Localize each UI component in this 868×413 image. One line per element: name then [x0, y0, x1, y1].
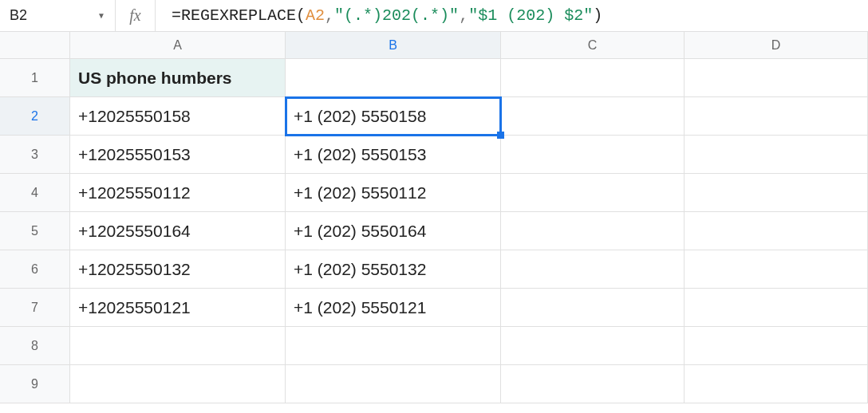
cell-C9[interactable] [501, 365, 685, 403]
cell-A1[interactable]: US phone humbers [70, 59, 286, 97]
active-cell-ref: B2 [10, 7, 27, 24]
cell-B9[interactable] [286, 365, 501, 403]
cell-B6[interactable]: +1 (202) 5550132 [286, 250, 501, 289]
cell-B2[interactable]: +1 (202) 5550158 [286, 97, 501, 136]
row-header-4[interactable]: 4 [0, 174, 70, 212]
cell-C7[interactable] [501, 289, 685, 327]
cell-C5[interactable] [501, 212, 685, 250]
formula-prefix: = [172, 6, 181, 25]
formula-fn: REGEXREPLACE [181, 6, 296, 25]
cell-A3[interactable]: +12025550153 [70, 136, 286, 174]
cell-C2[interactable] [501, 97, 685, 136]
row-header-7[interactable]: 7 [0, 289, 70, 327]
cell-B4[interactable]: +1 (202) 5550112 [286, 174, 501, 212]
cell-D6[interactable] [685, 250, 868, 289]
cell-A9[interactable] [70, 365, 286, 403]
cell-D1[interactable] [685, 59, 868, 97]
spreadsheet-grid: A B C D 1 US phone humbers 2 +1202555015… [0, 32, 868, 403]
formula-comma1: , [325, 6, 334, 25]
formula-arg2: "(.*)202(.*)" [334, 6, 459, 25]
col-header-B[interactable]: B [286, 32, 501, 59]
cell-C1[interactable] [501, 59, 685, 97]
fx-icon[interactable]: fx [116, 0, 156, 31]
cell-B2-value: +1 (202) 5550158 [294, 107, 426, 126]
col-header-A[interactable]: A [70, 32, 286, 59]
select-all-corner[interactable] [0, 32, 70, 59]
cell-A4[interactable]: +12025550112 [70, 174, 286, 212]
cell-D5[interactable] [685, 212, 868, 250]
cell-A7[interactable]: +12025550121 [70, 289, 286, 327]
formula-ref: A2 [306, 6, 325, 25]
cell-A8[interactable] [70, 327, 286, 365]
formula-input[interactable]: =REGEXREPLACE(A2,"(.*)202(.*)","$1 (202)… [156, 0, 868, 31]
cell-D9[interactable] [685, 365, 868, 403]
cell-B3[interactable]: +1 (202) 5550153 [286, 136, 501, 174]
cell-C3[interactable] [501, 136, 685, 174]
row-header-2[interactable]: 2 [0, 97, 70, 136]
cell-A2[interactable]: +12025550158 [70, 97, 286, 136]
formula-arg3: "$1 (202) $2" [468, 6, 593, 25]
cell-D4[interactable] [685, 174, 868, 212]
cell-D2[interactable] [685, 97, 868, 136]
name-box[interactable]: B2 ▼ [0, 0, 116, 31]
formula-comma2: , [459, 6, 468, 25]
cell-C6[interactable] [501, 250, 685, 289]
row-header-6[interactable]: 6 [0, 250, 70, 289]
cell-B5[interactable]: +1 (202) 5550164 [286, 212, 501, 250]
cell-A5[interactable]: +12025550164 [70, 212, 286, 250]
row-header-9[interactable]: 9 [0, 365, 70, 403]
chevron-down-icon[interactable]: ▼ [97, 11, 105, 20]
row-header-1[interactable]: 1 [0, 59, 70, 97]
col-header-D[interactable]: D [685, 32, 868, 59]
cell-C8[interactable] [501, 327, 685, 365]
col-header-C[interactable]: C [501, 32, 685, 59]
row-header-8[interactable]: 8 [0, 327, 70, 365]
formula-bar: B2 ▼ fx =REGEXREPLACE(A2,"(.*)202(.*)","… [0, 0, 868, 32]
paren-open: ( [296, 6, 306, 25]
cell-D3[interactable] [685, 136, 868, 174]
cell-D8[interactable] [685, 327, 868, 365]
cell-C4[interactable] [501, 174, 685, 212]
cell-B1[interactable] [286, 59, 501, 97]
fill-handle[interactable] [497, 132, 504, 139]
paren-close: ) [593, 6, 602, 25]
row-header-3[interactable]: 3 [0, 136, 70, 174]
cell-D7[interactable] [685, 289, 868, 327]
row-header-5[interactable]: 5 [0, 212, 70, 250]
cell-B7[interactable]: +1 (202) 5550121 [286, 289, 501, 327]
cell-B8[interactable] [286, 327, 501, 365]
cell-A6[interactable]: +12025550132 [70, 250, 286, 289]
